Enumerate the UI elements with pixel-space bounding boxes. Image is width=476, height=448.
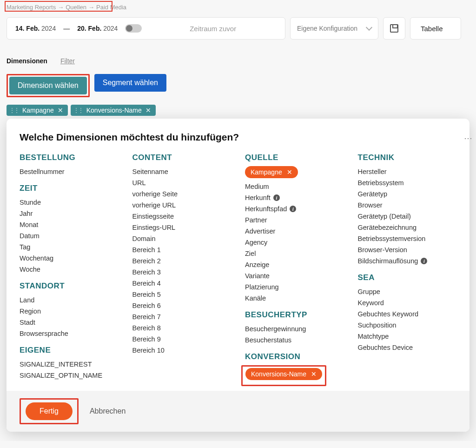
date-range-selector[interactable]: 14. Feb. 2024 — 20. Feb. 2024 Zeitraum z… xyxy=(7,17,285,40)
dimension-item[interactable]: Einstiegsseite xyxy=(132,211,231,222)
dimension-item[interactable]: vorherige Seite xyxy=(132,188,231,200)
dimension-item-label: Datum xyxy=(20,232,40,240)
select-segment-button[interactable]: Segment wählen xyxy=(94,74,166,92)
dimension-item[interactable]: Herkunftspfadi xyxy=(245,203,344,214)
dimension-item[interactable]: Bereich 5 xyxy=(132,289,231,300)
dimension-item[interactable]: Stadt xyxy=(20,317,119,328)
dimension-item[interactable]: Ziel xyxy=(245,248,344,259)
dimension-item[interactable]: Einstiegs-URL xyxy=(132,222,231,233)
dimension-item[interactable]: Bereich 3 xyxy=(132,267,231,278)
dimension-item[interactable]: Medium xyxy=(245,181,344,192)
info-icon[interactable]: i xyxy=(273,194,280,201)
dimension-item-label: Wochentag xyxy=(20,254,53,262)
dimension-item[interactable]: Gebuchtes Keyword xyxy=(358,308,457,320)
dimension-item[interactable]: Stunde xyxy=(20,197,119,208)
dimension-item[interactable]: Betriebssystem xyxy=(358,177,457,188)
dimension-item[interactable]: Datum xyxy=(20,230,119,241)
highlight-konversion: Konversions-Name ✕ xyxy=(241,365,326,386)
more-icon[interactable]: ⋯ xyxy=(464,133,473,143)
dimension-item[interactable]: Herkunfti xyxy=(245,192,344,203)
dimension-item[interactable]: Kanäle xyxy=(245,293,344,304)
dimension-item[interactable]: Land xyxy=(20,294,119,306)
dimension-item[interactable]: Bildschirmauflösungi xyxy=(358,255,457,267)
dimension-item[interactable]: Bereich 7 xyxy=(132,311,231,322)
dimension-item[interactable]: Agency xyxy=(245,237,344,248)
dimension-item[interactable]: Bereich 1 xyxy=(132,244,231,255)
close-icon[interactable]: ✕ xyxy=(287,168,292,176)
config-dropdown[interactable]: Eigene Konfiguration xyxy=(290,17,378,40)
dimension-item[interactable]: Wochentag xyxy=(20,253,119,264)
dimension-item[interactable]: Hersteller xyxy=(358,166,457,177)
dimension-item[interactable]: Suchposition xyxy=(358,320,457,331)
dimension-item[interactable]: Advertiser xyxy=(245,226,344,237)
dimension-item[interactable]: Bereich 8 xyxy=(132,322,231,334)
info-icon[interactable]: i xyxy=(290,206,296,212)
dimension-item[interactable]: Variante xyxy=(245,270,344,281)
close-icon[interactable]: ✕ xyxy=(311,370,317,378)
dimension-item[interactable]: Bereich 6 xyxy=(132,300,231,311)
dimension-item-label: Suchposition xyxy=(358,321,397,329)
dimension-item[interactable]: Bestellnummer xyxy=(20,166,119,177)
dimension-item[interactable]: SIGNALIZE_INTEREST xyxy=(20,359,119,370)
info-icon[interactable]: i xyxy=(421,258,427,264)
chip-kampagne[interactable]: ⋮⋮ Kampagne ✕ xyxy=(7,105,68,116)
dimension-item[interactable]: Partner xyxy=(245,214,344,226)
breadcrumb-item[interactable]: Marketing Reports xyxy=(7,4,56,11)
dimension-item[interactable]: Jahr xyxy=(20,208,119,219)
dimension-item-label: Region xyxy=(20,308,41,315)
dimension-item[interactable]: Gerätebezeichnung xyxy=(358,222,457,233)
dimension-item[interactable]: Platzierung xyxy=(245,281,344,293)
dimension-item[interactable]: Bereich 2 xyxy=(132,255,231,267)
close-icon[interactable]: ✕ xyxy=(58,107,63,114)
breadcrumb-item[interactable]: Quellen xyxy=(66,4,86,11)
done-button[interactable]: Fertig xyxy=(26,402,73,420)
dimension-item[interactable]: Gerätetyp (Detail) xyxy=(358,211,457,222)
compare-toggle[interactable] xyxy=(125,24,142,33)
dimension-item[interactable]: SIGNALIZE_OPTIN_NAME xyxy=(20,370,119,381)
dimension-item[interactable]: Monat xyxy=(20,219,119,230)
dimension-item[interactable]: Keyword xyxy=(358,297,457,308)
dimension-item[interactable]: Domain xyxy=(132,233,231,244)
dimension-item[interactable]: Woche xyxy=(20,264,119,275)
dimension-item[interactable]: Browser-Version xyxy=(358,244,457,255)
dimension-item[interactable]: URL xyxy=(132,177,231,188)
dimension-item[interactable]: Tag xyxy=(20,241,119,253)
dimension-item[interactable]: vorherige URL xyxy=(132,200,231,211)
close-icon[interactable]: ✕ xyxy=(145,107,151,114)
tab-dimensions[interactable]: Dimensionen xyxy=(7,57,47,67)
select-dimension-button[interactable]: Dimension wählen xyxy=(9,77,87,94)
dimension-item-label: Bereich 9 xyxy=(132,335,161,343)
save-button[interactable] xyxy=(383,17,405,40)
dimension-item[interactable]: Matchtype xyxy=(358,331,457,342)
dimension-item[interactable]: Seitenname xyxy=(132,166,231,177)
dimension-item[interactable]: Betriebssystemversion xyxy=(358,233,457,244)
dimension-item[interactable]: Gruppe xyxy=(358,286,457,297)
dimension-item-label: Stadt xyxy=(20,319,35,326)
dimension-item[interactable]: Region xyxy=(20,306,119,317)
cancel-button[interactable]: Abbrechen xyxy=(90,407,126,415)
dimension-item[interactable]: Bereich 4 xyxy=(132,278,231,289)
breadcrumb-item[interactable]: Paid Media xyxy=(96,4,126,11)
dimension-item-label: Domain xyxy=(132,235,156,242)
dimension-item[interactable]: Bereich 9 xyxy=(132,334,231,345)
dimension-item[interactable]: Besucherstatus xyxy=(245,334,344,346)
compare-label: Zeitraum zuvor xyxy=(149,25,277,33)
dimension-item-label: Gebuchtes Keyword xyxy=(358,310,419,318)
group-head: CONTENT xyxy=(132,153,231,162)
dimension-item[interactable]: Besuchergewinnung xyxy=(245,323,344,334)
dimension-item[interactable]: Gebuchtes Device xyxy=(358,342,457,353)
selected-pill-konversion[interactable]: Konversions-Name ✕ xyxy=(245,368,322,380)
dimension-item[interactable]: Browsersprache xyxy=(20,328,119,339)
group-zeit: ZEIT StundeJahrMonatDatumTagWochentagWoc… xyxy=(20,184,119,275)
table-view-button[interactable]: Tabelle xyxy=(410,17,461,40)
dimension-item[interactable]: Bereich 10 xyxy=(132,345,231,356)
dimension-item[interactable]: Browser xyxy=(358,200,457,211)
chip-konversions-name[interactable]: ⋮⋮ Konversions-Name ✕ xyxy=(71,105,156,116)
dimension-item-label: Jahr xyxy=(20,210,33,217)
dimension-item-label: Partner xyxy=(245,216,267,224)
dimension-item-label: Bereich 4 xyxy=(132,280,161,287)
tab-filter[interactable]: Filter xyxy=(60,57,75,67)
selected-pill-kampagne[interactable]: Kampagne ✕ xyxy=(245,166,298,178)
dimension-item[interactable]: Anzeige xyxy=(245,259,344,270)
dimension-item[interactable]: Gerätetyp xyxy=(358,188,457,200)
